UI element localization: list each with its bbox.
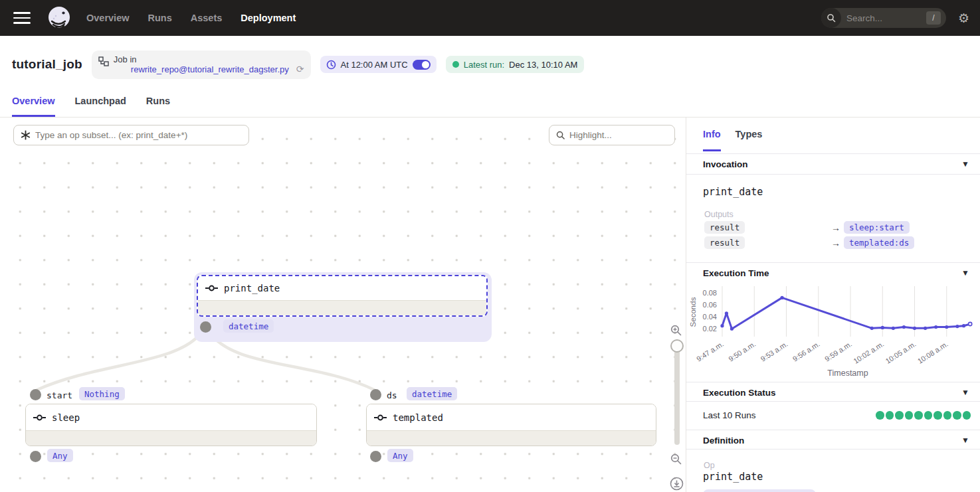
node-templated[interactable]: templated	[366, 404, 656, 446]
nav-overview[interactable]: Overview	[86, 13, 130, 23]
templated-output-type[interactable]: Any	[387, 449, 413, 462]
sleep-output-port[interactable]	[30, 451, 41, 462]
section-definition[interactable]: Definition ▼	[686, 430, 980, 450]
nav-deployment[interactable]: Deployment	[241, 13, 296, 23]
output-row: result → sleep:start	[704, 221, 969, 234]
fit-view-icon[interactable]	[670, 477, 684, 491]
hamburger-menu-icon[interactable]	[13, 12, 31, 24]
svg-text:0.02: 0.02	[703, 325, 717, 333]
templated-input-type[interactable]: datetime	[407, 387, 457, 400]
output-target-badge[interactable]: templated:ds	[844, 236, 914, 249]
job-repo-link[interactable]: rewrite_repo@tutorial_rewrite_dagster.py	[131, 64, 289, 74]
nav-runs[interactable]: Runs	[148, 13, 172, 23]
print-date-output-type[interactable]: datetime	[223, 319, 274, 333]
latest-run-badge[interactable]: Latest run: Dec 13, 10:10 AM	[446, 56, 585, 73]
node-strip	[367, 430, 656, 446]
sleep-input-port[interactable]	[30, 389, 41, 400]
op-subset-placeholder: Type an op subset... (ex: print_date+*)	[35, 130, 187, 140]
templated-input-port[interactable]	[370, 389, 381, 400]
run-status-dot[interactable]	[943, 411, 952, 420]
svg-text:10:05 a.m.: 10:05 a.m.	[884, 340, 917, 365]
arrow-right-icon: →	[831, 222, 840, 233]
run-status-dot[interactable]	[953, 411, 961, 420]
section-execution-status[interactable]: Execution Status ▼	[686, 382, 980, 402]
tab-overview[interactable]: Overview	[12, 93, 55, 117]
svg-text:9:50 a.m.: 9:50 a.m.	[727, 340, 757, 363]
svg-text:9:56 a.m.: 9:56 a.m.	[791, 340, 821, 363]
svg-text:0.06: 0.06	[703, 301, 717, 309]
highlight-input[interactable]: Highlight...	[549, 125, 675, 145]
svg-text:Timestamp: Timestamp	[827, 369, 868, 378]
tab-runs[interactable]: Runs	[146, 93, 170, 117]
templated-input-name: ds	[387, 390, 397, 400]
highlight-placeholder: Highlight...	[569, 130, 612, 140]
sidebar-tab-info[interactable]: Info	[703, 126, 721, 151]
search-placeholder: Search...	[846, 13, 926, 23]
op-icon	[205, 285, 218, 291]
chevron-down-icon: ▼	[961, 388, 969, 397]
op-subset-input[interactable]: Type an op subset... (ex: print_date+*)	[13, 125, 249, 145]
run-status-dot[interactable]	[933, 411, 942, 420]
job-repo-badge[interactable]: Job in rewrite_repo@tutorial_rewrite_dag…	[92, 50, 311, 79]
schedule-toggle[interactable]	[413, 60, 431, 70]
svg-text:9:47 a.m.: 9:47 a.m.	[695, 340, 725, 363]
zoom-slider-track[interactable]	[674, 340, 680, 445]
node-label: print_date	[224, 283, 280, 293]
settings-gear-icon[interactable]: ⚙	[958, 12, 969, 25]
op-graph-canvas[interactable]: Type an op subset... (ex: print_date+*) …	[0, 118, 686, 492]
sleep-output-type[interactable]: Any	[47, 449, 73, 462]
output-name-badge: result	[704, 221, 745, 234]
section-title: Execution Time	[703, 268, 961, 278]
node-strip	[198, 300, 486, 315]
global-search-input[interactable]: Search... /	[821, 8, 946, 28]
refresh-icon[interactable]: ⟳	[296, 64, 304, 74]
run-status-dot[interactable]	[886, 411, 894, 420]
sleep-input-type[interactable]: Nothing	[79, 387, 125, 400]
node-label: sleep	[52, 412, 80, 423]
op-selector-icon	[21, 130, 31, 140]
search-icon	[821, 8, 841, 28]
run-status-dot[interactable]	[924, 411, 933, 420]
invocation-op-name: print_date	[703, 186, 763, 198]
outputs-label: Outputs	[704, 210, 734, 219]
run-status-dot[interactable]	[914, 411, 923, 420]
chevron-down-icon: ▼	[961, 436, 969, 445]
zoom-in-icon[interactable]	[670, 325, 682, 336]
chevron-down-icon: ▼	[961, 159, 969, 169]
node-sleep[interactable]: sleep	[25, 404, 317, 446]
templated-output-port[interactable]	[370, 451, 381, 462]
top-nav: Overview Runs Assets Deployment Search..…	[0, 0, 980, 36]
op-icon	[374, 414, 387, 421]
section-invocation[interactable]: Invocation ▼	[686, 154, 980, 174]
print-date-output-port[interactable]	[200, 321, 211, 333]
schedule-text: At 12:00 AM UTC	[341, 60, 408, 70]
node-print-date[interactable]: print_date	[197, 275, 488, 317]
svg-text:9:59 a.m.: 9:59 a.m.	[823, 340, 853, 363]
svg-text:10:02 a.m.: 10:02 a.m.	[852, 340, 885, 365]
run-status-dot[interactable]	[895, 411, 904, 420]
chevron-down-icon: ▼	[961, 268, 969, 278]
run-status-dots[interactable]	[876, 411, 971, 420]
nav-assets[interactable]: Assets	[191, 13, 223, 23]
tab-launchpad[interactable]: Launchpad	[75, 93, 126, 117]
output-target-badge[interactable]: sleep:start	[844, 221, 910, 234]
latest-run-value: Dec 13, 10:10 AM	[509, 60, 577, 70]
section-title: Execution Status	[703, 388, 961, 398]
run-status-dot[interactable]	[876, 411, 884, 420]
job-header: tutorial_job Job in rewrite_repo@tutoria…	[0, 36, 980, 93]
section-execution-time[interactable]: Execution Time ▼	[686, 263, 980, 283]
zoom-slider-knob[interactable]	[670, 339, 684, 353]
definition-job-badge[interactable]	[703, 489, 816, 492]
last-runs-label: Last 10 Runs	[703, 410, 876, 420]
svg-text:9:53 a.m.: 9:53 a.m.	[759, 340, 789, 363]
op-icon	[33, 414, 46, 421]
run-status-dot[interactable]	[905, 411, 914, 420]
section-title: Definition	[703, 436, 961, 446]
dagster-logo-icon[interactable]	[47, 5, 72, 31]
search-icon	[556, 131, 565, 139]
sidebar-tab-types[interactable]: Types	[735, 126, 763, 151]
zoom-out-icon[interactable]	[670, 453, 682, 465]
run-status-dot[interactable]	[963, 411, 971, 420]
svg-text:10:08 a.m.: 10:08 a.m.	[916, 340, 949, 365]
node-strip	[26, 430, 316, 446]
